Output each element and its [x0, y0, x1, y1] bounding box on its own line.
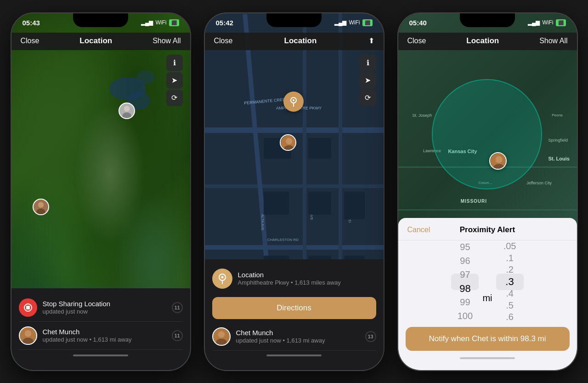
svg-point-2 — [36, 209, 45, 215]
signal-icon-3: ▂▄▆ — [528, 19, 540, 26]
svg-point-22 — [495, 156, 502, 163]
info-button-2[interactable]: ℹ — [360, 55, 376, 71]
home-indicator-1 — [73, 354, 128, 356]
home-indicator-2 — [266, 354, 322, 356]
layers-button-2[interactable]: ⟳ — [360, 90, 376, 106]
notch-1 — [73, 13, 128, 27]
picker-dec-4: .4 — [496, 288, 524, 300]
phone-1: ℹ ➤ ⟳ 05:43 ▂▄▆ WiFi ⬛ Close Location Sh… — [11, 12, 191, 371]
picker-num-99: 99 — [451, 296, 479, 309]
picker-num-95: 95 — [451, 240, 479, 254]
stop-sharing-badge: 11 — [172, 302, 183, 313]
svg-point-17 — [221, 276, 223, 278]
chet-text-1: Chet Munch updated just now • 1,613 mi a… — [43, 328, 166, 343]
chet-map-pin-3 — [489, 152, 507, 170]
svg-point-12 — [293, 99, 294, 101]
proximity-circle — [432, 79, 542, 189]
svg-point-1 — [38, 202, 44, 207]
phone-2: PERMANENTE CREEK AMPHITHEATRE PKWY ALTA … — [204, 12, 384, 371]
phone-3: St. Joseph Lawrence Kansas City Peoria S… — [397, 12, 578, 371]
city-jefferson-city: Jefferson City — [526, 181, 552, 185]
battery-icon-1: ⬛ — [169, 19, 179, 26]
time-2: 05:42 — [216, 19, 233, 27]
battery-icon-2: ⬛ — [362, 19, 373, 26]
map-controls-1: ℹ ➤ ⟳ — [166, 55, 183, 106]
svg-point-19 — [218, 331, 224, 337]
home-indicator-3 — [460, 357, 515, 359]
show-all-button-1[interactable]: Show All — [153, 37, 181, 45]
picker-num-100: 100 — [451, 309, 479, 323]
chet-subtitle-1: updated just now • 1,613 mi away — [43, 336, 166, 343]
modal-title: Proximity Alert — [460, 225, 515, 234]
location-button[interactable]: ➤ — [166, 72, 183, 89]
bottom-panel-2: Location Amphitheatre Pkwy • 1,613 miles… — [205, 259, 384, 370]
stop-sharing-icon — [19, 298, 37, 317]
wifi-icon-3: WiFi — [543, 19, 554, 26]
chet-item-1[interactable]: Chet Munch updated just now • 1,613 mi a… — [19, 322, 183, 350]
chet-subtitle-2: updated just now • 1,613 mi away — [236, 337, 360, 344]
city-springfield-il: Springfield — [548, 138, 568, 143]
notch-2 — [266, 13, 322, 27]
chet-avatar-1 — [19, 326, 37, 345]
info-button[interactable]: ℹ — [166, 55, 183, 71]
nav-bar-1: Close Location Show All — [11, 33, 190, 50]
share-button-2[interactable]: ⬆ — [368, 36, 374, 45]
svg-point-4 — [124, 106, 130, 111]
stop-sharing-text: Stop Sharing Location updated just now — [43, 300, 166, 315]
modal-header: Cancel Proximity Alert — [398, 218, 577, 240]
close-button-3[interactable]: Close — [407, 37, 426, 45]
location-button-2[interactable]: ➤ — [360, 72, 376, 89]
picker-dec-2: .2 — [496, 264, 524, 276]
city-st-louis: St. Louis — [548, 156, 570, 161]
proximity-alert-modal: Cancel Proximity Alert 95 96 97 98 99 10… — [398, 218, 577, 370]
picker-num-96: 96 — [451, 254, 479, 268]
chet-badge-1: 11 — [172, 330, 183, 341]
city-peoria: Peoria — [552, 113, 562, 117]
svg-point-5 — [122, 112, 131, 119]
notch-3 — [460, 13, 515, 27]
chet-badge-2: 13 — [365, 331, 376, 342]
time-1: 05:43 — [23, 19, 40, 27]
location-card-title: Location — [238, 271, 376, 279]
signal-icon-2: ▂▄▆ — [334, 19, 347, 26]
directions-button[interactable]: Directions — [212, 297, 376, 319]
chet-title-1: Chet Munch — [43, 328, 166, 336]
picker-dec-5: .5 — [496, 299, 524, 311]
picker-num-98: 98 — [451, 282, 479, 296]
nav-bar-3: Close Location Show All — [398, 33, 577, 50]
signal-icon-1: ▂▄▆ — [141, 19, 153, 26]
map-controls-2: ℹ ➤ ⟳ — [360, 55, 376, 106]
nav-title-1: Location — [79, 36, 112, 46]
person1-map-pin — [33, 199, 49, 215]
road-label-3: ALTA AVE — [261, 214, 265, 230]
stop-sharing-subtitle: updated just now — [43, 308, 166, 315]
time-3: 05:40 — [409, 19, 427, 27]
chet-item-2[interactable]: Chet Munch updated just now • 1,613 mi a… — [212, 323, 376, 351]
close-button-2[interactable]: Close — [214, 37, 233, 45]
picker-decimals[interactable]: .05 .1 .2 .3 .4 .5 .6 — [496, 240, 524, 323]
picker-num-97: 97 — [451, 268, 479, 282]
status-icons-1: ▂▄▆ WiFi ⬛ — [141, 19, 179, 26]
picker-unit: mi — [479, 290, 496, 307]
svg-point-14 — [286, 138, 292, 144]
state-missouri: MISSOURI — [461, 199, 487, 204]
stop-sharing-item[interactable]: Stop Sharing Location updated just now 1… — [19, 294, 183, 322]
svg-rect-7 — [26, 306, 30, 309]
nav-bar-2: Close Location ⬆ — [205, 33, 384, 50]
layers-button[interactable]: ⟳ — [166, 90, 183, 106]
picker-dec-05: .05 — [496, 240, 524, 252]
close-button-1[interactable]: Close — [21, 37, 40, 45]
location-card-icon — [212, 269, 232, 289]
svg-point-20 — [216, 338, 226, 346]
notify-button[interactable]: Notify when Chet is within 98.3 mi — [406, 327, 570, 351]
picker-dec-6: .6 — [496, 311, 524, 323]
picker-container[interactable]: 95 96 97 98 99 100 mi .05 .1 .2 — [398, 240, 577, 323]
modal-cancel-button[interactable]: Cancel — [407, 226, 430, 234]
location-card: Location Amphitheatre Pkwy • 1,613 miles… — [212, 263, 376, 293]
person2-map-pin — [119, 103, 135, 119]
picker-numbers[interactable]: 95 96 97 98 99 100 — [451, 240, 479, 323]
picker-dec-3: .3 — [496, 276, 524, 288]
nav-title-3: Location — [466, 36, 499, 46]
svg-point-9 — [24, 330, 31, 337]
show-all-button-3[interactable]: Show All — [539, 37, 567, 45]
